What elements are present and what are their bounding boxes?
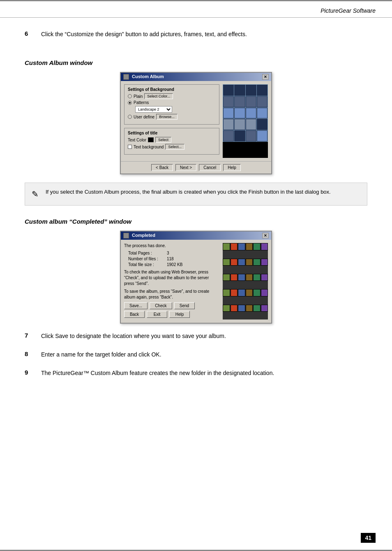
- total-pages-value: 3: [167, 251, 169, 255]
- check-btn[interactable]: Check: [150, 302, 172, 309]
- prev-cell: [257, 96, 267, 107]
- prev-cell: [234, 96, 245, 107]
- custom-album-preview: [223, 84, 268, 158]
- text-bg-checkbox[interactable]: [128, 145, 132, 149]
- thumb: [246, 243, 253, 250]
- back-btn[interactable]: < Back: [151, 164, 173, 171]
- prev-cell: [234, 130, 245, 141]
- select-btn[interactable]: Select: [155, 137, 171, 143]
- titlebar-left: Custom Album: [123, 74, 164, 80]
- text-bg-row: Text background Select...: [128, 144, 216, 150]
- text-color-label: Text Color: [128, 138, 146, 142]
- thumb: [253, 259, 261, 266]
- completed-left: The process has done. Total Pages : 3 Nu…: [124, 243, 219, 319]
- prev-cell: [234, 85, 245, 96]
- text-bg-label: Text background: [134, 145, 164, 149]
- landscape-row: Landscape 2: [128, 106, 216, 113]
- completed-dialog: Completed ✕ The process has done. Total …: [120, 231, 272, 324]
- thumb: [238, 274, 245, 281]
- page-number: 41: [361, 533, 376, 543]
- patterns-label: Patterns: [134, 100, 149, 105]
- prev-cell: [223, 108, 234, 119]
- thumb: [223, 259, 230, 266]
- thumb: [246, 259, 253, 266]
- album-preview-grid: [223, 84, 268, 142]
- prev-cell: [223, 130, 234, 141]
- step-9-text: The PictureGear™ Custom Album feature cr…: [41, 369, 274, 377]
- select2-btn[interactable]: Select...: [165, 144, 184, 150]
- thumb: [231, 274, 238, 281]
- completed-icon: [123, 233, 129, 238]
- user-define-row: User define Browse...: [128, 114, 216, 120]
- thumb: [253, 305, 261, 312]
- title-settings-label: Settings of title: [128, 131, 216, 135]
- step-6-text: Click the “Customize the design” button …: [41, 30, 247, 39]
- bg-settings-label: Settings of Background: [128, 87, 216, 92]
- next-btn[interactable]: Next >: [175, 164, 196, 171]
- thumb: [253, 243, 261, 250]
- total-size-row: Total file size : 1902 KB: [124, 262, 219, 267]
- help-btn[interactable]: Help: [169, 311, 190, 318]
- process-done-text: The process has done.: [124, 243, 219, 249]
- num-files-row: Number of files : 118: [124, 257, 219, 261]
- help-btn[interactable]: Help: [223, 164, 241, 171]
- thumb: [238, 289, 245, 296]
- plain-label: Plain: [134, 94, 143, 99]
- dialog-icon: [123, 74, 129, 80]
- save-btn[interactable]: Save...: [124, 302, 148, 309]
- check-text: To check the album using Web Browser, pr…: [124, 269, 219, 287]
- prev-cell: [246, 108, 256, 119]
- browse-btn[interactable]: Browse...: [156, 114, 178, 120]
- plain-row: Plain Select Color...: [128, 93, 216, 99]
- patterns-radio[interactable]: [128, 101, 132, 105]
- thumb: [246, 305, 253, 312]
- thumb: [246, 289, 253, 296]
- note-icon: ✎: [32, 188, 42, 200]
- prev-cell: [223, 119, 234, 130]
- completed-titlebar: Completed ✕: [121, 232, 271, 240]
- step-6-number: 6: [25, 30, 33, 39]
- completed-close-button[interactable]: ✕: [262, 233, 269, 238]
- note-text: If you select the Custom Album process, …: [46, 188, 331, 196]
- bg-settings-group: Settings of Background Plain Select Colo…: [124, 84, 219, 125]
- custom-album-section-title: Custom Album window: [25, 59, 367, 66]
- thumb: [223, 243, 230, 250]
- thumb: [231, 289, 238, 296]
- text-color-row: Text Color Select: [128, 137, 216, 143]
- back-btn[interactable]: Back: [124, 311, 145, 318]
- completed-buttons-row2: Back Exit Help: [124, 311, 219, 318]
- prev-cell: [257, 108, 267, 119]
- total-size-label: Total file size :: [128, 262, 165, 267]
- completed-buttons-row1: Save... Check Send: [124, 302, 219, 309]
- close-button[interactable]: ✕: [262, 74, 269, 80]
- save-text: To save the album, press “Save”, and to …: [124, 289, 219, 300]
- completed-section-title: Custom album “Completed” window: [25, 218, 367, 225]
- select-color-btn[interactable]: Select Color...: [144, 93, 173, 99]
- note-box: ✎ If you select the Custom Album process…: [25, 183, 367, 206]
- color-swatch: [148, 137, 154, 142]
- step-9-number: 9: [25, 369, 33, 377]
- thumb: [261, 274, 268, 281]
- prev-cell: [246, 130, 256, 141]
- user-define-label: User define: [134, 115, 154, 119]
- completed-body: The process has done. Total Pages : 3 Nu…: [121, 240, 271, 323]
- thumb: [231, 259, 238, 266]
- completed-titlebar-left: Completed: [123, 233, 155, 238]
- cancel-btn[interactable]: Cancel: [199, 164, 221, 171]
- top-border: [0, 0, 392, 1]
- user-define-radio[interactable]: [128, 115, 132, 119]
- step-9: 9 The PictureGear™ Custom Album feature …: [25, 369, 367, 377]
- pattern-select[interactable]: Landscape 2: [135, 106, 172, 113]
- thumb: [261, 243, 268, 250]
- prev-cell: [223, 85, 234, 96]
- plain-radio[interactable]: [128, 94, 132, 98]
- thumb: [238, 243, 245, 250]
- prev-cell: [246, 96, 256, 107]
- thumb: [238, 305, 245, 312]
- thumb: [231, 305, 238, 312]
- exit-btn[interactable]: Exit: [147, 311, 167, 318]
- thumb: [223, 305, 230, 312]
- step-7: 7 Click Save to designate the location w…: [25, 332, 367, 340]
- send-btn[interactable]: Send: [174, 302, 195, 309]
- prev-cell: [234, 119, 245, 130]
